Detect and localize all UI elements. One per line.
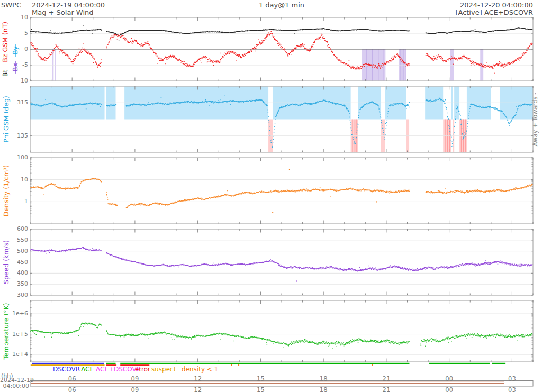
availability-ace <box>429 363 490 364</box>
y-tick-temp: 1e+6 <box>0 310 28 317</box>
y-tick-phi: 135 <box>0 132 28 139</box>
legend-item-suspect: suspect <box>151 366 176 373</box>
y-tick-mag: 0 <box>0 45 28 52</box>
y-tick-mag: -5 <box>0 61 28 68</box>
series-density <box>30 178 533 208</box>
x-tick-label: 15 <box>250 386 271 392</box>
x-tick-label: 09 <box>124 386 146 392</box>
plot-canvas: BtBz GSM (nT) Bx By Phi GSM (deg)Density… <box>0 0 542 392</box>
y-tick-mag: 5 <box>0 30 28 37</box>
y-tick-phi: 315 <box>0 99 28 106</box>
availability-dscovr <box>32 363 104 364</box>
y-tick-density: 1 <box>0 198 28 205</box>
y-tick-speed: 350 <box>0 280 28 287</box>
panel-phi: Phi GSM (deg) <box>2 86 533 152</box>
panel-temp: Temperature (°K) <box>2 300 533 362</box>
x-tick-label: 21 <box>376 375 397 382</box>
legend-item-dscovr: DSCOVR <box>53 366 80 373</box>
y-tick-speed: 550 <box>0 236 28 243</box>
x-tick-label: 03 <box>501 375 522 382</box>
availability-ace <box>106 363 115 364</box>
legend-item-error: error <box>135 366 150 373</box>
x-tick-label: 18 <box>313 386 334 392</box>
density-lt1-mark <box>231 364 232 366</box>
legend-item-ace: ACE <box>81 366 94 373</box>
y-tick-temp: 1e+4 <box>0 351 28 358</box>
bottom-date-line2: 04:00:00 <box>0 382 29 389</box>
y-tick-mag: -10 <box>0 77 28 84</box>
legend-item-density-1: density < 1 <box>182 366 218 373</box>
y-axis-label-density: Density (1/cm³) <box>2 165 10 216</box>
y-tick-speed: 500 <box>0 248 28 254</box>
x-tick-label: 06 <box>61 375 83 382</box>
y-tick-density: 10 <box>0 176 28 183</box>
x-tick-label: 12 <box>187 375 209 382</box>
panel-border <box>30 300 533 362</box>
density-lt1-mark <box>238 364 239 366</box>
series-speed <box>30 247 533 272</box>
x-tick-label: 09 <box>124 375 146 382</box>
y-tick-speed: 400 <box>0 269 28 276</box>
series-bz-gsm <box>30 31 533 74</box>
x-tick-label: 00 <box>439 375 460 382</box>
x-tick-label: 18 <box>313 375 334 382</box>
y-tick-speed: 450 <box>0 259 28 266</box>
panel-speed: Speed (km/s) <box>2 229 533 295</box>
x-tick-label: 00 <box>439 386 460 392</box>
x-tick-label: 15 <box>250 375 271 382</box>
x-tick-label: 03 <box>501 386 522 392</box>
x-tick-label: 12 <box>187 386 209 392</box>
panel-mag: BtBz GSM (nT) Bx By <box>1 17 533 81</box>
availability-ace <box>492 363 505 364</box>
series-temperature <box>30 322 533 349</box>
y-tick-temp: 1e+5 <box>0 331 28 338</box>
density-lt1-mark <box>372 364 373 366</box>
y-tick-speed: 600 <box>0 225 28 232</box>
away-towards-note: Away + Towards - <box>531 93 539 147</box>
swpc-solar-wind-plot: SWPC 2024-12-19 04:00:00 Mag + Solar Win… <box>0 0 542 392</box>
x-tick-label: 06 <box>61 386 83 392</box>
y-tick-density: 100 <box>0 154 28 161</box>
y-tick-mag: 10 <box>0 14 28 21</box>
x-tick-label: 21 <box>376 386 397 392</box>
availability-ace <box>120 363 409 364</box>
y-tick-speed: 300 <box>0 291 28 298</box>
panel-density: Density (1/cm³) <box>2 158 533 224</box>
legend-item-ace-dscovr: ACE+DSCOVR <box>96 366 141 373</box>
series-bt <box>30 25 533 41</box>
